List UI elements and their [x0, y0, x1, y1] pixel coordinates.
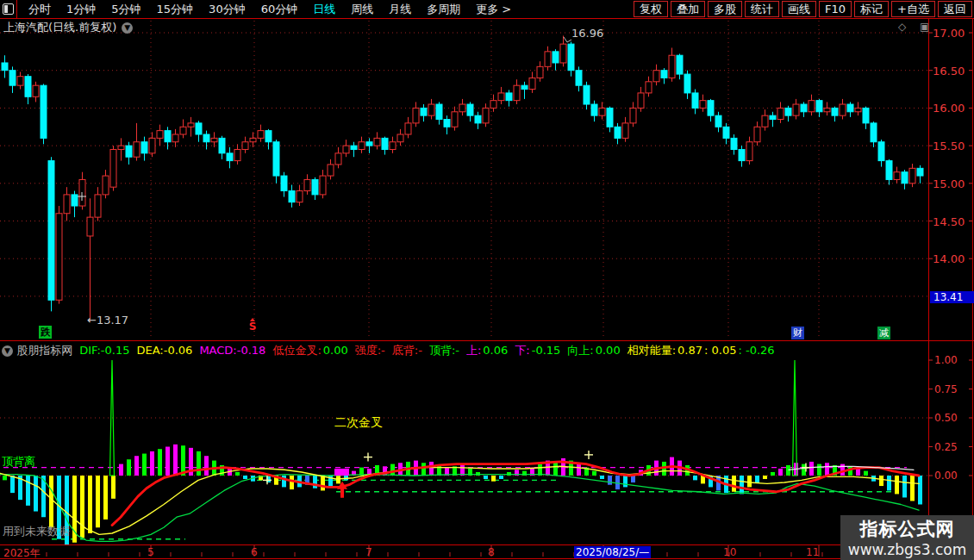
candle-body: [584, 85, 590, 104]
timeframe-item-日线[interactable]: 日线: [305, 2, 343, 17]
macd-bar: [204, 456, 209, 476]
candle-body: [351, 146, 357, 149]
indicator-value: 强度:-: [355, 344, 385, 357]
timeframe-item-分时[interactable]: 分时: [21, 2, 59, 17]
candle-body: [444, 120, 450, 128]
indicator-value: 下:: [515, 344, 529, 357]
macd-bar: [507, 472, 511, 476]
candle-body: [312, 179, 318, 194]
macd-bar: [608, 476, 612, 485]
indicator-chevron-icon[interactable]: ▼: [2, 345, 13, 357]
indicator-value: 相对能量:: [627, 344, 676, 357]
toolbar-button-复权[interactable]: 复权: [634, 1, 668, 17]
candle-body: [219, 138, 225, 152]
candle-body: [692, 93, 698, 108]
indicator-axis-label: 1.00: [934, 354, 958, 366]
date-axis-label: 5: [147, 546, 154, 558]
candle-body: [599, 108, 605, 115]
candle-body: [630, 108, 636, 122]
price-axis-label: 16.00: [933, 102, 965, 115]
candle-body: [607, 108, 613, 127]
macd-bar: [390, 464, 395, 476]
macd-bar: [3, 476, 7, 480]
macd-bar: [631, 476, 635, 482]
indicator-value: : 0.05: [704, 344, 736, 357]
macd-bar: [173, 445, 178, 476]
timeframe-item-更多 >[interactable]: 更多 >: [468, 2, 519, 17]
high-annotation-leader: [564, 37, 571, 42]
candle-body: [17, 77, 23, 85]
candle-body: [265, 131, 272, 142]
macd-bar: [197, 451, 201, 476]
candle-body: [436, 104, 442, 119]
timeframe-item-月线[interactable]: 月线: [381, 2, 419, 17]
timeframe-item-1分钟[interactable]: 1分钟: [59, 2, 103, 17]
candle-body: [762, 115, 768, 127]
chart-corner-icons[interactable]: ◇ ▣: [898, 21, 934, 33]
candle-body: [335, 153, 341, 165]
candle-body: [506, 93, 512, 101]
macd-bar: [817, 464, 821, 476]
macd-bar: [747, 476, 752, 487]
indicator-value: DEA:-0.06: [136, 344, 192, 357]
timeframe-item-15分钟[interactable]: 15分钟: [149, 2, 202, 17]
candle-body: [576, 71, 582, 85]
candle-body: [452, 112, 458, 127]
candle-body: [483, 108, 489, 122]
top-divergence-label: 顶背离: [2, 454, 35, 470]
watermark-title: 指标公式网: [860, 517, 955, 541]
candle-body: [95, 195, 101, 217]
timeframe-item-多周期[interactable]: 多周期: [419, 2, 468, 17]
macd-bar: [96, 476, 100, 527]
macd-bar: [437, 465, 441, 476]
chart-canvas[interactable]: [0, 0, 974, 560]
toolbar-button-返回[interactable]: 返回: [938, 1, 972, 17]
candle-body: [397, 134, 403, 142]
macd-bar: [34, 476, 38, 512]
toolbar-button-多股[interactable]: 多股: [708, 1, 742, 17]
indicator-value: 0.87: [677, 344, 702, 357]
candle-body: [390, 142, 396, 150]
candle-body: [514, 85, 520, 100]
toolbar-button-F10[interactable]: F10: [819, 1, 852, 17]
toolbar-button-统计[interactable]: 统计: [745, 1, 779, 17]
macd-bar: [879, 476, 883, 486]
timeframe-item-5分钟[interactable]: 5分钟: [103, 2, 148, 17]
candle-body: [41, 85, 47, 138]
indicator-value: : -0.26: [738, 344, 774, 357]
indicator-value: 0.00: [323, 344, 348, 357]
candle-body: [529, 78, 535, 89]
toolbar-button-叠加[interactable]: 叠加: [671, 1, 705, 17]
chevron-down-icon[interactable]: ▼: [122, 22, 133, 34]
sell-signal-marker: S: [247, 318, 258, 332]
macd-bar: [80, 476, 84, 538]
candle-body: [490, 101, 496, 109]
macd-bar: [421, 463, 426, 476]
macd-bar: [755, 476, 759, 482]
candle-body: [855, 108, 861, 111]
toolbar-button-标记[interactable]: 标记: [854, 1, 889, 17]
timeframe-item-30分钟[interactable]: 30分钟: [201, 2, 253, 17]
candle-body: [421, 108, 427, 115]
macd-bar: [158, 449, 162, 476]
macd-bar: [499, 476, 503, 479]
candle-body: [475, 115, 481, 123]
panel-toggle-icon[interactable]: [3, 3, 14, 15]
date-axis-label: 7: [365, 546, 372, 558]
candle-body: [902, 172, 908, 184]
macd-bar: [763, 476, 767, 479]
candle-body: [56, 214, 62, 301]
timeframe-item-周线[interactable]: 周线: [343, 2, 381, 17]
price-axis-label: 15.00: [933, 177, 965, 190]
candle-body: [25, 77, 31, 97]
indicator-value: 0.00: [596, 344, 621, 357]
candle-body: [545, 52, 551, 66]
top-menu-bar: 分时1分钟5分钟15分钟30分钟60分钟日线周线月线多周期更多 > 复权叠加多股…: [0, 0, 974, 19]
toolbar-button-+自选[interactable]: +自选: [891, 1, 935, 17]
toolbar-button-画线[interactable]: 画线: [782, 1, 816, 17]
candle-body: [622, 123, 628, 138]
timeframe-item-60分钟[interactable]: 60分钟: [253, 2, 306, 17]
candle-body: [149, 138, 155, 152]
macd-bar: [49, 476, 53, 527]
candle-body: [273, 142, 279, 176]
